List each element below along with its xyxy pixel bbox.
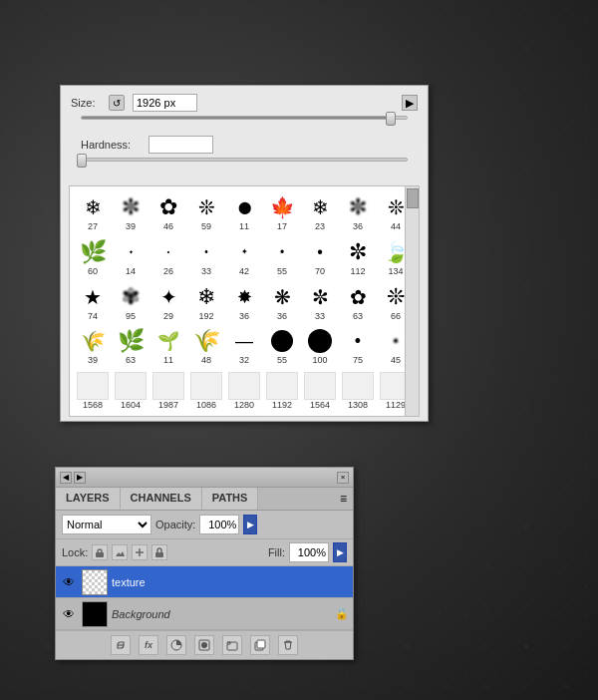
brush-item[interactable]: — 32 bbox=[225, 324, 263, 369]
hardness-slider-thumb[interactable] bbox=[77, 154, 87, 168]
panel-collapse-left[interactable]: ◀ bbox=[60, 472, 72, 484]
layer-visibility-texture[interactable]: 👁 bbox=[60, 573, 78, 591]
brush-item[interactable]: 1312 bbox=[263, 414, 301, 416]
brush-item[interactable]: • 70 bbox=[301, 235, 339, 280]
brush-item[interactable]: 1308 bbox=[339, 369, 377, 414]
fill-arrow-button[interactable]: ▶ bbox=[333, 542, 347, 562]
refresh-button[interactable]: ↺ bbox=[109, 95, 125, 111]
lock-transparent-button[interactable] bbox=[92, 544, 108, 560]
brush-scrollbar[interactable] bbox=[405, 186, 419, 416]
lock-icon-background: 🔒 bbox=[335, 607, 349, 620]
panel-options-button[interactable]: ≡ bbox=[334, 488, 353, 510]
lock-image-button[interactable] bbox=[112, 544, 128, 560]
brush-item[interactable]: 1987 bbox=[150, 369, 187, 414]
scrollbar-thumb[interactable] bbox=[407, 188, 419, 208]
layer-item-background[interactable]: 👁 Background 🔒 bbox=[56, 598, 353, 630]
brush-item[interactable]: ✦ 14 bbox=[112, 235, 150, 280]
brush-item[interactable]: 1192 bbox=[263, 369, 301, 414]
brush-item[interactable]: 🍁 17 bbox=[263, 190, 301, 235]
fx-button[interactable]: fx bbox=[139, 635, 158, 655]
new-layer-button[interactable] bbox=[250, 635, 270, 655]
brush-item[interactable]: 🌾 39 bbox=[74, 324, 112, 369]
brush-item[interactable]: 1086 bbox=[187, 369, 225, 414]
add-mask-button[interactable] bbox=[194, 635, 214, 655]
brush-grid: ❄ 27 ✼ 39 ✿ 46 ❊ 59 ⬤ 11 🍁 17 bbox=[70, 186, 419, 416]
svg-point-7 bbox=[201, 642, 207, 648]
brush-item[interactable]: 🌾 48 bbox=[187, 324, 225, 369]
hardness-label: Hardness: bbox=[81, 139, 141, 151]
brush-item[interactable]: ✼ 33 bbox=[301, 280, 339, 325]
eye-icon-texture: 👁 bbox=[63, 575, 75, 589]
svg-rect-3 bbox=[157, 548, 161, 553]
layer-visibility-background[interactable]: 👁 bbox=[60, 605, 78, 623]
brush-item[interactable]: ✿ 46 bbox=[150, 190, 187, 235]
brush-item[interactable]: ❊ 59 bbox=[187, 190, 225, 235]
brush-item[interactable]: ❄ 23 bbox=[301, 190, 339, 235]
layers-tabs: LAYERS CHANNELS PATHS ≡ bbox=[56, 488, 353, 511]
brush-item[interactable]: ✼ 112 bbox=[339, 235, 377, 280]
brush-item[interactable]: ❄ 27 bbox=[74, 190, 112, 235]
hardness-slider-track bbox=[81, 158, 408, 162]
brush-item[interactable]: 100 bbox=[301, 324, 339, 369]
lock-fill-row: Lock: Fill: ▶ bbox=[56, 539, 353, 566]
tab-paths[interactable]: PATHS bbox=[202, 488, 259, 510]
brush-item[interactable]: 1418 bbox=[187, 414, 225, 416]
delete-layer-button[interactable] bbox=[278, 635, 298, 655]
brush-item[interactable]: ❋ 36 bbox=[263, 280, 301, 325]
layer-name-texture: texture bbox=[112, 576, 349, 588]
opacity-label: Opacity: bbox=[155, 519, 195, 530]
opacity-input[interactable] bbox=[199, 515, 239, 534]
layer-name-background: Background bbox=[112, 608, 331, 620]
brush-item[interactable]: ❄ 192 bbox=[187, 280, 225, 325]
brush-item[interactable]: 🌿 63 bbox=[112, 324, 150, 369]
brush-item[interactable]: 🌿 60 bbox=[74, 235, 112, 280]
brush-item[interactable]: 1479 bbox=[339, 414, 377, 416]
expand-button[interactable]: ▶ bbox=[402, 95, 418, 111]
brush-item[interactable]: ✼ 39 bbox=[112, 190, 150, 235]
brush-item[interactable]: ⬤ 11 bbox=[225, 190, 263, 235]
brush-item[interactable]: ✦ 42 bbox=[225, 235, 263, 280]
brush-item[interactable]: ✦ 29 bbox=[150, 280, 187, 325]
new-fill-adjustment-button[interactable] bbox=[166, 635, 186, 655]
brush-item[interactable]: 1455 bbox=[150, 414, 187, 416]
brush-item[interactable]: 1604 bbox=[112, 369, 150, 414]
brush-item[interactable]: ★ 74 bbox=[74, 280, 112, 325]
brush-item[interactable]: 1280 bbox=[225, 369, 263, 414]
tab-layers[interactable]: LAYERS bbox=[56, 488, 121, 510]
blend-opacity-controls: Normal Opacity: ▶ bbox=[56, 511, 353, 539]
new-group-button[interactable] bbox=[222, 635, 242, 655]
brush-item[interactable]: ✾ 95 bbox=[112, 280, 150, 325]
brush-item[interactable]: 🌱 11 bbox=[150, 324, 187, 369]
size-slider-thumb[interactable] bbox=[386, 112, 396, 126]
fill-label: Fill: bbox=[268, 546, 285, 558]
tab-channels[interactable]: CHANNELS bbox=[121, 488, 202, 510]
brush-item[interactable]: ✼ 36 bbox=[339, 190, 377, 235]
brush-item[interactable]: 55 bbox=[263, 324, 301, 369]
brush-item[interactable]: 1564 bbox=[301, 369, 339, 414]
brush-item[interactable]: ✸ 36 bbox=[225, 280, 263, 325]
brush-item[interactable]: 1513 bbox=[301, 414, 339, 416]
panel-collapse-right[interactable]: ▶ bbox=[74, 472, 86, 484]
opacity-arrow-button[interactable]: ▶ bbox=[243, 515, 257, 534]
layer-item-texture[interactable]: 👁 texture bbox=[56, 566, 353, 598]
eye-icon-background: 👁 bbox=[63, 607, 75, 621]
fill-input[interactable] bbox=[289, 542, 329, 562]
size-slider-fill bbox=[82, 117, 391, 119]
brush-preset-panel: Size: ↺ ▶ Hardness: bbox=[60, 85, 429, 422]
brush-item[interactable]: 1689 bbox=[225, 414, 263, 416]
brush-item[interactable]: • 55 bbox=[263, 235, 301, 280]
brush-item[interactable]: 1154 bbox=[112, 414, 150, 416]
lock-all-button[interactable] bbox=[151, 544, 167, 560]
size-input[interactable] bbox=[133, 94, 197, 112]
brush-item[interactable]: 1383 bbox=[74, 414, 112, 416]
brush-item[interactable]: ✿ 63 bbox=[339, 280, 377, 325]
link-layers-button[interactable] bbox=[111, 635, 131, 655]
brush-item[interactable]: • 33 bbox=[187, 235, 225, 280]
brush-item[interactable]: • 26 bbox=[150, 235, 187, 280]
brush-item[interactable]: 1568 bbox=[74, 369, 112, 414]
hardness-input[interactable] bbox=[149, 136, 213, 154]
blend-mode-select[interactable]: Normal bbox=[62, 515, 151, 534]
panel-close-button[interactable]: × bbox=[337, 472, 349, 484]
lock-position-button[interactable] bbox=[132, 544, 148, 560]
brush-item[interactable]: • 75 bbox=[339, 324, 377, 369]
